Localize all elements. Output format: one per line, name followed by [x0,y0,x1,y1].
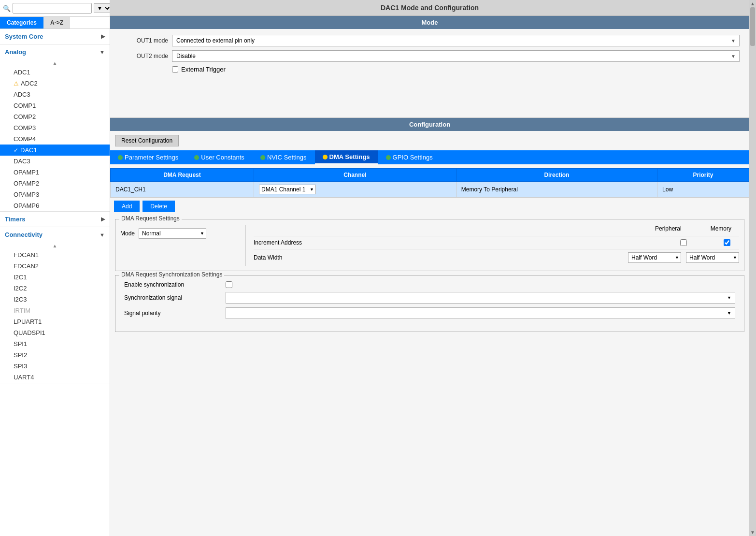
sidebar-item-i2c2[interactable]: I2C2 [0,283,110,294]
tab-nvic-settings-label: NVIC Settings [267,154,307,161]
out2-select-wrapper: Disable [172,50,740,62]
sidebar-item-dac3[interactable]: DAC3 [0,156,110,167]
dot-parameter-settings [118,155,123,160]
sidebar-item-lpuart1[interactable]: LPUART1 [0,316,110,327]
search-input[interactable] [13,3,92,14]
col-header-request: DMA Request [111,169,254,182]
right-scrollbar[interactable]: ▲ ▼ [749,0,756,536]
sidebar-item-irtim[interactable]: IRTIM [0,305,110,316]
external-trigger-checkbox[interactable] [172,66,178,72]
section-header-connectivity[interactable]: Connectivity ▼ [0,227,110,242]
sidebar-item-adc1[interactable]: ADC1 [0,67,110,78]
data-width-row: Data Width Half Word ▼ [254,249,739,266]
tab-gpio-settings[interactable]: GPIO Settings [378,150,441,164]
sync-signal-select[interactable] [226,292,735,304]
tab-a-to-z[interactable]: A->Z [43,17,70,29]
dot-nvic-settings [260,155,265,160]
memory-increment-checkbox[interactable] [724,239,730,246]
out2-mode-select[interactable]: Disable [172,50,740,62]
section-header-system-core[interactable]: System Core ▶ [0,29,110,44]
sidebar-item-quadspi1[interactable]: QUADSPI1 [0,327,110,338]
scroll-up-btn[interactable]: ▲ [750,0,755,6]
scroll-down-btn[interactable]: ▼ [750,530,755,536]
sidebar-item-dac1[interactable]: ✓DAC1 [0,145,110,156]
col-header-direction: Direction [456,169,657,182]
sidebar-item-fdcan2[interactable]: FDCAN2 [0,261,110,272]
peripheral-dw-wrapper: Half Word ▼ [628,252,681,263]
sidebar-item-comp2[interactable]: COMP2 [0,111,110,122]
tab-nvic-settings[interactable]: NVIC Settings [253,150,314,164]
sidebar-item-uart4[interactable]: UART4 [0,372,110,383]
opamp6-label: OPAMP6 [14,202,39,209]
search-dropdown[interactable]: ▼ [94,3,110,13]
sidebar-item-i2c1[interactable]: I2C1 [0,272,110,283]
dac3-label: DAC3 [14,158,30,165]
sidebar-item-opamp6[interactable]: OPAMP6 [0,200,110,211]
mode-section-header: Mode [110,16,749,29]
delete-button[interactable]: Delete [143,201,175,212]
section-system-core: System Core ▶ [0,29,110,44]
section-connectivity: Connectivity ▼ ▲ FDCAN1 FDCAN2 I2C1 I2C2… [0,227,110,383]
peripheral-dw-select[interactable]: Half Word [628,252,681,263]
adc1-label: ADC1 [14,69,30,76]
sidebar-item-spi2[interactable]: SPI2 [0,349,110,361]
main-content: DAC1 Mode and Configuration Mode OUT1 mo… [110,0,749,536]
dot-user-constants [194,155,199,160]
sidebar-item-opamp1[interactable]: OPAMP1 [0,167,110,178]
opamp3-label: OPAMP3 [14,191,39,198]
opamp2-label: OPAMP2 [14,180,39,187]
adc2-label: ADC2 [21,80,38,87]
sidebar-item-spi1[interactable]: SPI1 [0,338,110,349]
tab-user-constants-label: User Constants [201,154,244,161]
tab-categories[interactable]: Categories [0,17,43,29]
sidebar-item-i2c3[interactable]: I2C3 [0,294,110,305]
mode-select-settings[interactable]: Normal [139,228,206,239]
section-header-analog[interactable]: Analog ▼ [0,44,110,59]
add-button[interactable]: Add [114,201,140,212]
i2c1-label: I2C1 [14,274,27,281]
signal-polarity-label: Signal polarity [124,310,221,317]
sidebar-item-opamp2[interactable]: OPAMP2 [0,178,110,189]
comp1-label: COMP1 [14,102,36,109]
scrollbar-thumb[interactable] [750,7,755,46]
sidebar-item-spi3[interactable]: SPI3 [0,361,110,372]
sync-grid: Enable synchronization Synchronization s… [120,277,739,327]
scroll-up-arrow[interactable]: ▲ [0,59,110,67]
search-icon: 🔍 [3,5,11,12]
config-section-header: Configuration [110,118,749,131]
adc3-label: ADC3 [14,91,30,98]
tab-user-constants[interactable]: User Constants [186,150,252,164]
reset-config-button[interactable]: Reset Configuration [115,135,179,146]
check-icon-dac1: ✓ [14,147,18,154]
data-width-selects: Half Word ▼ Half Word ▼ [628,252,739,263]
signal-polarity-select[interactable] [226,307,735,319]
sidebar-item-adc3[interactable]: ADC3 [0,89,110,100]
sidebar-item-fdcan1[interactable]: FDCAN1 [0,249,110,261]
lpuart1-label: LPUART1 [14,318,42,325]
section-header-timers[interactable]: Timers ▶ [0,212,110,227]
channel-select[interactable]: DMA1 Channel 1 [259,185,316,194]
out1-select-wrapper: Connected to external pin only [172,35,740,46]
tab-parameter-settings[interactable]: Parameter Settings [110,150,186,164]
peripheral-memory-col: Peripheral Memory Increment Address [246,225,739,266]
out2-mode-row: OUT2 mode Disable [120,50,740,62]
enable-sync-checkbox[interactable] [226,281,232,288]
out1-mode-select[interactable]: Connected to external pin only [172,35,740,46]
memory-dw-select[interactable]: Half Word [686,252,739,263]
tab-dma-settings-label: DMA Settings [329,153,370,160]
main-title: DAC1 Mode and Configuration [110,0,749,16]
sidebar-item-comp3[interactable]: COMP3 [0,122,110,133]
dot-dma-settings [323,155,328,159]
enable-sync-row: Enable synchronization [124,281,735,288]
sidebar-item-opamp3[interactable]: OPAMP3 [0,189,110,200]
col-header-channel: Channel [254,169,456,182]
sidebar-item-comp1[interactable]: COMP1 [0,100,110,111]
sidebar-item-adc2[interactable]: ⚠ADC2 [0,78,110,89]
tab-dma-settings[interactable]: DMA Settings [315,150,378,164]
sync-signal-select-wrapper [226,292,735,304]
sidebar-item-comp4[interactable]: COMP4 [0,133,110,145]
scroll-up-arrow-connectivity[interactable]: ▲ [0,242,110,249]
warning-icon-adc2: ⚠ [14,80,19,87]
dma-table: DMA Request Channel Direction Priority D… [110,168,749,198]
peripheral-increment-checkbox[interactable] [680,239,687,246]
